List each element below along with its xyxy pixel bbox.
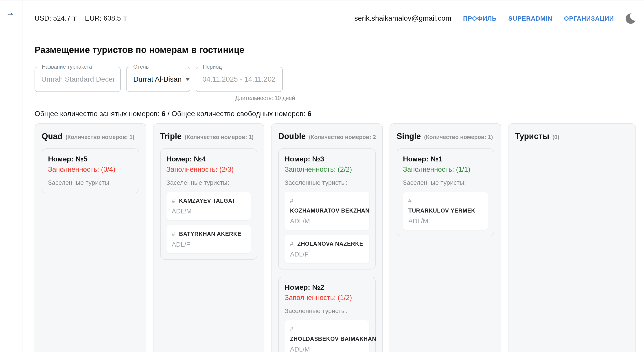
tourist-type: ADL/F — [290, 251, 308, 258]
room-occupancy: Заполненность: (1/1) — [403, 164, 488, 174]
page-title: Размещение туристов по номерам в гостини… — [34, 43, 636, 56]
tourist-name: KOZHAMURATOV BEKZHAN — [290, 208, 370, 214]
tourist-type: ADL/M — [290, 346, 310, 352]
main-content: USD: 524.7 ₸ EUR: 608.5 ₸ serik.shaikama… — [22, 0, 644, 352]
room-occupancy: Заполненность: (2/3) — [166, 164, 251, 174]
column-count: (Количество номеров: 1) — [424, 134, 493, 140]
tourist-item[interactable]: #BATYRKHAN AKERKEADL/F — [166, 225, 251, 253]
tourists-label: Заселенные туристы: — [48, 178, 132, 187]
tourist-name: TURARKULOV YERMEK — [408, 208, 476, 214]
column-header: Triple(Количество номеров: 1) — [160, 132, 257, 141]
free-count: 6 — [308, 110, 312, 117]
room-occupancy: Заполненность: (1/2) — [285, 292, 369, 303]
room-type-column-quad: Quad(Количество номеров: 1)Номер: №5Запо… — [34, 123, 146, 352]
hash-icon: # — [290, 197, 293, 204]
room-type-column-triple: Triple(Количество номеров: 1)Номер: №4За… — [153, 123, 264, 352]
room-number: Номер: №1 — [403, 154, 488, 164]
filters-row: Название турпакета Отель Durrat Al-Bisan… — [34, 67, 636, 92]
column-header: Quad(Количество номеров: 1) — [42, 132, 139, 141]
usd-rate: USD: 524.7 ₸ — [34, 14, 77, 22]
hotel-select-inner[interactable]: Durrat Al-Bisan — [126, 75, 195, 83]
column-title: Quad — [42, 132, 62, 141]
room-number: Номер: №4 — [166, 154, 251, 164]
tourist-type: ADL/M — [408, 218, 428, 225]
top-nav: ПРОФИЛЬ SUPERADMIN ОРГАНИЗАЦИИ — [463, 15, 614, 22]
room-number: Номер: №5 — [48, 154, 132, 164]
summary-separator: / — [168, 110, 170, 117]
tour-package-field: Название турпакета — [34, 67, 121, 92]
room-type-column-single: Single(Количество номеров: 1)Номер: №1За… — [390, 123, 501, 352]
eur-rate: EUR: 608.5 ₸ — [85, 14, 128, 22]
tourist-name: KAMZAYEV TALGAT — [179, 198, 236, 204]
room-occupancy: Заполненность: (0/4) — [48, 164, 132, 174]
column-header: Single(Количество номеров: 1) — [397, 132, 494, 141]
room-card: Номер: №5Заполненность: (0/4)Заселенные … — [42, 148, 139, 193]
summary-line: Общее количество занятых номеров: 6 / Об… — [34, 109, 636, 118]
hash-icon: # — [172, 197, 175, 204]
topbar: USD: 524.7 ₸ EUR: 608.5 ₸ serik.shaikama… — [34, 0, 636, 24]
sidebar: → — [0, 0, 22, 352]
tourist-item[interactable]: #KOZHAMURATOV BEKZHANADL/M — [285, 192, 369, 230]
hash-icon: # — [172, 231, 175, 237]
occupied-label: Общее количество занятых номеров: — [34, 110, 160, 117]
account-area: serik.shaikamalov@gmail.com ПРОФИЛЬ SUPE… — [354, 13, 636, 23]
nav-profile[interactable]: ПРОФИЛЬ — [463, 15, 497, 22]
nav-organizations[interactable]: ОРГАНИЗАЦИИ — [564, 15, 614, 22]
room-card: Номер: №4Заполненность: (2/3)Заселенные … — [160, 148, 257, 260]
period-field: Период — [196, 67, 283, 92]
room-occupancy: Заполненность: (2/2) — [285, 164, 369, 174]
column-count: (Количество номеров: 1) — [185, 134, 254, 140]
room-type-column-tourists: Туристы(0) — [508, 123, 636, 352]
tourists-label: Заселенные туристы: — [166, 178, 251, 187]
column-header: Туристы(0) — [515, 132, 629, 141]
tourist-item[interactable]: #ZHOLDASBEKOV BAIMAKHANADL/M — [285, 320, 369, 352]
tourist-name: BATYRKHAN AKERKE — [179, 231, 242, 237]
tourist-name: ZHOLDASBEKOV BAIMAKHAN — [290, 336, 376, 342]
column-count: (Количество номеров: 2) — [309, 134, 376, 140]
moon-icon[interactable] — [626, 13, 636, 23]
tourist-type: ADL/F — [172, 241, 190, 248]
tourist-item[interactable]: #TURARKULOV YERMEKADL/M — [403, 192, 488, 230]
duration-helper: Длительность: 10 дней — [235, 95, 636, 101]
tourists-label: Заселенные туристы: — [403, 178, 488, 187]
room-card: Номер: №1Заполненность: (1/1)Заселенные … — [397, 148, 494, 236]
room-number: Номер: №3 — [285, 154, 369, 164]
tourist-type: ADL/M — [290, 218, 310, 225]
column-header: Double(Количество номеров: 2) — [278, 132, 376, 141]
period-input[interactable] — [196, 75, 282, 83]
sidebar-expand-button[interactable]: → — [5, 8, 15, 18]
tourist-type: ADL/M — [172, 208, 192, 215]
hash-icon: # — [408, 197, 412, 204]
tour-package-label: Название турпакета — [40, 64, 94, 70]
column-title: Double — [278, 132, 306, 141]
hotel-select[interactable]: Отель Durrat Al-Bisan — [126, 67, 190, 92]
occupied-count: 6 — [162, 110, 166, 117]
tourist-name: ZHOLANOVA NAZERKE — [297, 241, 363, 247]
period-label: Период — [200, 64, 224, 70]
room-number: Номер: №2 — [285, 283, 369, 292]
arrow-right-icon: → — [6, 8, 14, 17]
tourist-item[interactable]: #ZHOLANOVA NAZERKEADL/F — [285, 235, 369, 263]
tourists-label: Заселенные туристы: — [285, 178, 369, 187]
tourists-label: Заселенные туристы: — [285, 307, 369, 315]
column-title: Triple — [160, 132, 182, 141]
app-root: → USD: 524.7 ₸ EUR: 608.5 ₸ serik.shaika… — [0, 0, 644, 352]
tourist-item[interactable]: #KAMZAYEV TALGATADL/M — [166, 192, 251, 220]
free-label: Общее количество свободных номеров: — [172, 110, 306, 117]
user-email: serik.shaikamalov@gmail.com — [354, 14, 452, 22]
room-type-column-double: Double(Количество номеров: 2)Номер: №3За… — [271, 123, 383, 352]
hotel-select-value: Durrat Al-Bisan — [133, 75, 182, 83]
currency-rates: USD: 524.7 ₸ EUR: 608.5 ₸ — [34, 14, 127, 22]
nav-superadmin[interactable]: SUPERADMIN — [508, 15, 552, 22]
column-count: (Количество номеров: 1) — [66, 134, 134, 140]
board: Quad(Количество номеров: 1)Номер: №5Запо… — [34, 123, 636, 351]
hotel-label: Отель — [131, 64, 151, 70]
column-count: (0) — [552, 134, 560, 140]
hash-icon: # — [290, 326, 293, 332]
column-title: Туристы — [515, 132, 549, 141]
tour-package-input[interactable] — [35, 75, 120, 83]
room-card: Номер: №3Заполненность: (2/2)Заселенные … — [278, 148, 376, 270]
column-title: Single — [397, 132, 421, 141]
hash-icon: # — [290, 240, 293, 247]
room-card: Номер: №2Заполненность: (1/2)Заселенные … — [278, 277, 376, 352]
